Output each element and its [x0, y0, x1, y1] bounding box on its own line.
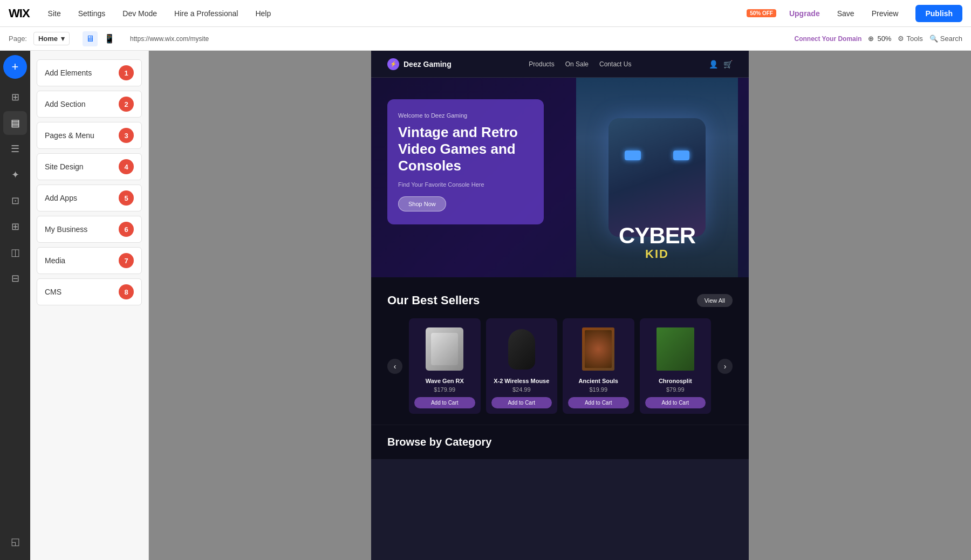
site-nav-icons: 👤 🛒: [709, 60, 733, 69]
hero-image: CYBER KID: [576, 78, 738, 277]
tool-add-apps[interactable]: Add Apps 5: [37, 185, 142, 211]
product-image-0: [423, 325, 466, 373]
sidebar-add-elements[interactable]: ⊞: [3, 85, 27, 109]
tool-panel: Add Elements 1 Add Section 2 Pages & Men…: [30, 51, 149, 560]
product-image-1: [500, 325, 543, 373]
sidebar-add-apps[interactable]: ⊡: [3, 189, 27, 213]
tool-media[interactable]: Media 7: [37, 247, 142, 274]
sidebar: + ⊞ ▤ ☰ ✦ ⊡ ⊞ ◫ ⊟ ◱: [0, 51, 30, 560]
zoom-icon: ⊕: [868, 35, 874, 43]
nav-site[interactable]: Site: [45, 7, 64, 20]
nav-help[interactable]: Help: [252, 7, 274, 20]
search-icon: 🔍: [929, 35, 938, 43]
step-badge-2: 2: [119, 97, 134, 112]
save-button[interactable]: Save: [837, 9, 854, 18]
cyber-text: CYBER KID: [619, 224, 695, 261]
product-price-2: $19.99: [589, 386, 607, 393]
tools-icon: ⚙: [898, 35, 904, 43]
sidebar-add-section[interactable]: ▤: [3, 111, 27, 135]
page-selector[interactable]: Home ▾: [33, 32, 70, 45]
tool-my-business[interactable]: My Business 6: [37, 216, 142, 243]
sidebar-site-design[interactable]: ✦: [3, 163, 27, 187]
desktop-icon[interactable]: 🖥: [83, 31, 98, 46]
tool-pages-menu[interactable]: Pages & Menu 3: [37, 122, 142, 149]
browse-title: Browse by Category: [387, 436, 733, 448]
cyber-title-text: CYBER: [619, 224, 695, 247]
site-nav-contact[interactable]: Contact Us: [599, 60, 631, 68]
logo-icon: ⚡: [387, 58, 399, 70]
cyber-eye-left: [625, 151, 641, 160]
cart-icon[interactable]: 🛒: [723, 60, 733, 69]
view-all-button[interactable]: View All: [697, 294, 733, 307]
products-list: Wave Gen RX $179.99 Add to Cart X-2 Wire…: [409, 318, 711, 414]
tool-add-section[interactable]: Add Section 2: [37, 91, 142, 118]
tool-site-design[interactable]: Site Design 4: [37, 153, 142, 180]
nav-hire[interactable]: Hire a Professional: [171, 7, 241, 20]
site-nav-sale[interactable]: On Sale: [565, 60, 589, 68]
sidebar-my-business[interactable]: ⊞: [3, 215, 27, 238]
hero-title: Vintage and Retro Video Games and Consol…: [398, 124, 533, 175]
tool-pages-menu-label: Pages & Menu: [45, 131, 94, 140]
book1-graphic: [582, 327, 614, 371]
hero-content-box: Welcome to Deez Gaming Vintage and Retro…: [387, 99, 544, 224]
step-badge-1: 1: [119, 65, 134, 80]
mobile-icon[interactable]: 📱: [102, 31, 117, 46]
publish-button[interactable]: Publish: [915, 5, 962, 22]
step-badge-6: 6: [119, 222, 134, 237]
tool-add-section-label: Add Section: [45, 100, 86, 108]
hero-subtitle: Welcome to Deez Gaming: [398, 112, 533, 119]
step-badge-5: 5: [119, 190, 134, 206]
sidebar-layers[interactable]: ◱: [3, 530, 27, 554]
best-sellers-title: Our Best Sellers: [387, 293, 480, 308]
upgrade-badge: 50% OFF: [747, 9, 776, 17]
sidebar-cms[interactable]: ⊟: [3, 267, 27, 290]
products-row: ‹ Wave Gen RX $179.99 Add to Cart: [387, 318, 733, 414]
page-label: Page:: [9, 35, 27, 43]
carousel-next-button[interactable]: ›: [717, 359, 733, 374]
sidebar-media[interactable]: ◫: [3, 241, 27, 264]
tool-cms-label: CMS: [45, 288, 61, 296]
step-badge-3: 3: [119, 128, 134, 143]
connect-domain-link[interactable]: Connect Your Domain: [795, 35, 862, 43]
add-to-cart-2[interactable]: Add to Cart: [568, 397, 629, 408]
product-card-3: Chronosplit $79.99 Add to Cart: [640, 318, 712, 414]
nav-devmode[interactable]: Dev Mode: [119, 7, 160, 20]
mouse-graphic: [508, 329, 535, 370]
product-card-1: X-2 Wireless Mouse $24.99 Add to Cart: [486, 318, 558, 414]
account-icon[interactable]: 👤: [709, 60, 718, 69]
step-badge-4: 4: [119, 159, 134, 174]
site-nav-products[interactable]: Products: [529, 60, 554, 68]
hero-description: Find Your Favorite Console Here: [398, 181, 533, 188]
sidebar-pages-menu[interactable]: ☰: [3, 137, 27, 161]
add-to-cart-1[interactable]: Add to Cart: [491, 397, 552, 408]
search-button[interactable]: 🔍 Search: [929, 35, 962, 43]
toolbar-right: ⊕ 50% ⚙ Tools 🔍 Search: [868, 35, 962, 43]
add-to-cart-3[interactable]: Add to Cart: [645, 397, 706, 408]
step-badge-7: 7: [119, 253, 134, 268]
book2-graphic: [659, 327, 692, 371]
tool-add-elements-label: Add Elements: [45, 69, 92, 77]
product-card-2: Ancient Souls $19.99 Add to Cart: [563, 318, 634, 414]
tool-media-label: Media: [45, 256, 65, 265]
nav-settings[interactable]: Settings: [75, 7, 109, 20]
carousel-prev-button[interactable]: ‹: [387, 359, 402, 374]
product-name-0: Wave Gen RX: [426, 378, 464, 384]
section-header: Our Best Sellers View All: [387, 293, 733, 308]
tool-cms[interactable]: CMS 8: [37, 278, 142, 305]
site-preview: ⚡ Deez Gaming Products On Sale Contact U…: [371, 51, 749, 560]
product-price-1: $24.99: [512, 386, 531, 393]
site-logo-text: Deez Gaming: [404, 60, 452, 69]
zoom-control[interactable]: ⊕ 50%: [868, 35, 891, 43]
preview-button[interactable]: Preview: [872, 9, 899, 18]
tools-button[interactable]: ⚙ Tools: [898, 35, 922, 43]
tool-add-elements[interactable]: Add Elements 1: [37, 59, 142, 86]
page-name: Home: [38, 35, 58, 43]
editor-toolbar: Page: Home ▾ 🖥 📱 https://www.wix.com/mys…: [0, 27, 971, 51]
site-logo: ⚡ Deez Gaming: [387, 58, 452, 70]
add-button[interactable]: +: [3, 55, 27, 79]
hero-cta-button[interactable]: Shop Now: [398, 196, 446, 211]
add-to-cart-0[interactable]: Add to Cart: [414, 397, 475, 408]
hero-section: Welcome to Deez Gaming Vintage and Retro…: [371, 78, 749, 277]
product-price-0: $179.99: [434, 386, 455, 393]
upgrade-button[interactable]: Upgrade: [789, 9, 820, 18]
